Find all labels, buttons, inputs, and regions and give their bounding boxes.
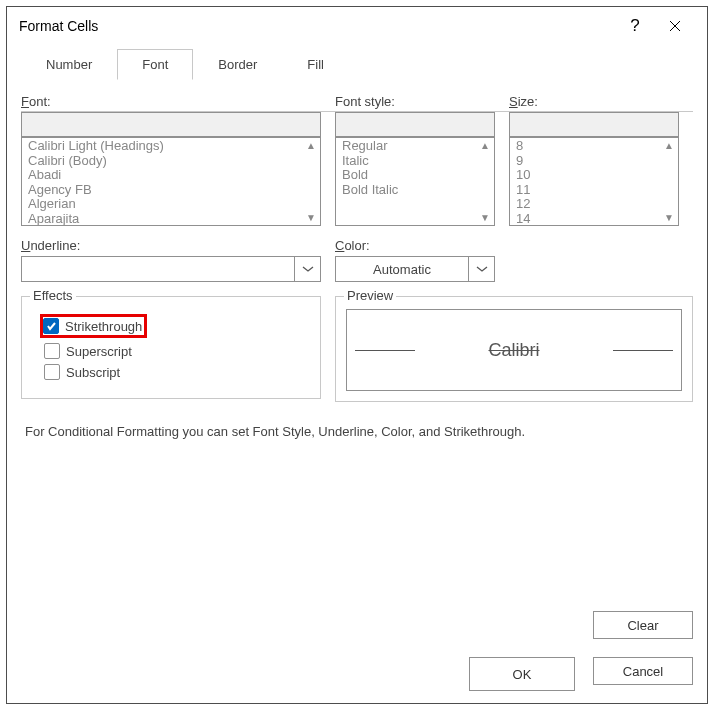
close-icon xyxy=(669,20,681,32)
list-item[interactable]: 14 xyxy=(516,212,678,227)
font-list[interactable]: ▲ Calibri Light (Headings) Calibri (Body… xyxy=(21,137,321,226)
list-item[interactable]: Italic xyxy=(342,154,494,169)
strikethrough-checkbox[interactable] xyxy=(43,318,59,334)
strikethrough-highlight: Strikethrough xyxy=(40,314,147,338)
list-item[interactable]: 11 xyxy=(516,183,678,198)
cancel-button[interactable]: Cancel xyxy=(593,657,693,685)
font-style-input[interactable] xyxy=(335,112,495,137)
tab-font[interactable]: Font xyxy=(117,49,193,80)
tab-number[interactable]: Number xyxy=(21,49,117,80)
size-label: Size: xyxy=(509,94,679,109)
help-button[interactable]: ? xyxy=(615,11,655,41)
scroll-down-icon[interactable]: ▼ xyxy=(306,212,316,223)
preview-box: Calibri xyxy=(346,309,682,391)
close-button[interactable] xyxy=(655,11,695,41)
chevron-down-icon[interactable] xyxy=(468,257,494,281)
size-input[interactable] xyxy=(509,112,679,137)
preview-line xyxy=(355,350,415,351)
note-text: For Conditional Formatting you can set F… xyxy=(25,424,689,439)
font-input[interactable] xyxy=(21,112,321,137)
clear-button[interactable]: Clear xyxy=(593,611,693,639)
effects-group: Effects Strikethrough Superscript Subscr xyxy=(21,296,321,399)
subscript-label: Subscript xyxy=(66,365,120,380)
tab-border[interactable]: Border xyxy=(193,49,282,80)
list-item[interactable]: Aparajita xyxy=(28,212,320,227)
preview-group: Preview Calibri xyxy=(335,296,693,402)
titlebar: Format Cells ? xyxy=(7,7,707,45)
size-list[interactable]: ▲ 8 9 10 11 12 14 ▼ xyxy=(509,137,679,226)
format-cells-dialog: Format Cells ? Number Font Border Fill F… xyxy=(6,6,708,704)
preview-label: Preview xyxy=(344,288,396,303)
color-combo[interactable]: Automatic xyxy=(335,256,495,282)
dialog-title: Format Cells xyxy=(19,18,98,34)
list-item[interactable]: 12 xyxy=(516,197,678,212)
list-item[interactable]: Algerian xyxy=(28,197,320,212)
strikethrough-label: Strikethrough xyxy=(65,319,142,334)
tab-strip: Number Font Border Fill xyxy=(21,49,707,80)
superscript-label: Superscript xyxy=(66,344,132,359)
scroll-up-icon[interactable]: ▲ xyxy=(480,140,490,151)
footer: Clear OK Cancel xyxy=(469,611,693,691)
font-style-list[interactable]: ▲ Regular Italic Bold Bold Italic ▼ xyxy=(335,137,495,226)
list-item[interactable]: Calibri Light (Headings) xyxy=(28,139,320,154)
preview-line xyxy=(613,350,673,351)
scroll-up-icon[interactable]: ▲ xyxy=(664,140,674,151)
list-item[interactable]: 9 xyxy=(516,154,678,169)
font-style-label: Font style: xyxy=(335,94,495,109)
list-item[interactable]: Agency FB xyxy=(28,183,320,198)
superscript-checkbox[interactable] xyxy=(44,343,60,359)
underline-label: Underline: xyxy=(21,238,321,253)
list-item[interactable]: Bold Italic xyxy=(342,183,494,198)
subscript-checkbox[interactable] xyxy=(44,364,60,380)
scroll-down-icon[interactable]: ▼ xyxy=(664,212,674,223)
list-item[interactable]: 10 xyxy=(516,168,678,183)
scroll-down-icon[interactable]: ▼ xyxy=(480,212,490,223)
tab-fill[interactable]: Fill xyxy=(282,49,349,80)
list-item[interactable]: 8 xyxy=(516,139,678,154)
ok-button[interactable]: OK xyxy=(469,657,575,691)
list-item[interactable]: Regular xyxy=(342,139,494,154)
preview-text: Calibri xyxy=(488,340,539,361)
color-label: Color: xyxy=(335,238,495,253)
chevron-down-icon[interactable] xyxy=(294,257,320,281)
font-panel: Font: ▲ Calibri Light (Headings) Calibri… xyxy=(7,80,707,439)
list-item[interactable]: Calibri (Body) xyxy=(28,154,320,169)
scroll-up-icon[interactable]: ▲ xyxy=(306,140,316,151)
underline-value xyxy=(22,257,294,281)
color-value: Automatic xyxy=(336,257,468,281)
underline-combo[interactable] xyxy=(21,256,321,282)
effects-label: Effects xyxy=(30,288,76,303)
list-item[interactable]: Bold xyxy=(342,168,494,183)
font-label: Font: xyxy=(21,94,321,109)
list-item[interactable]: Abadi xyxy=(28,168,320,183)
